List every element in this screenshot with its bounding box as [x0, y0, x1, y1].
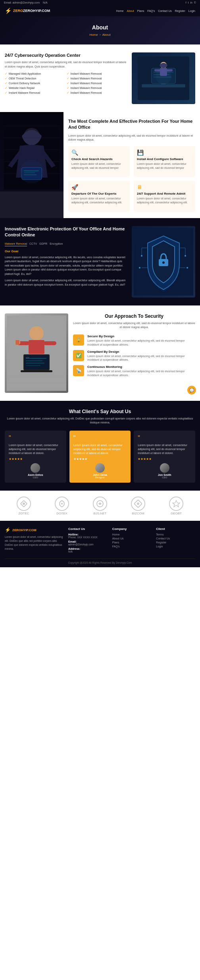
feature-desc-1: Lorem ipsum dolor sit amet, consectetur …: [137, 162, 192, 170]
partner-geobt: GEOBT: [169, 497, 183, 515]
feature-title-3: 24/7 Support And Remote Admit: [137, 192, 192, 195]
logo[interactable]: ⚡ ZEROZEROHYIP.COM: [5, 8, 50, 14]
nav-links: Home About Plans FAQ's Contact Us Regist…: [116, 10, 195, 12]
svg-point-61: [137, 503, 139, 505]
testimonials-grid: " Lorem ipsum dolor sit amet, consectetu…: [5, 431, 195, 483]
check-item: Instant Malware Removal: [67, 72, 127, 75]
bjsnet-icon: [93, 497, 107, 511]
tab-malware[interactable]: Malware Removal: [5, 242, 27, 246]
logo-text: ZEROZEROHYIP.COM: [13, 9, 50, 13]
nav-contact[interactable]: Contact Us: [158, 10, 172, 12]
nav-register[interactable]: Register: [175, 10, 185, 12]
protection-content: The Most Complete And Effective Protecti…: [63, 112, 200, 218]
svg-rect-42: [29, 340, 44, 354]
approach-item-1: ✅ Compliant By Design Lorem ipsum dolor …: [73, 350, 195, 362]
copyright-text: Copyright @2020 All Rights Reserved By Z…: [68, 561, 132, 564]
feature-desc-3: Lorem ipsum dolor sit amet, consectetur …: [137, 197, 192, 205]
linkedin-icon[interactable]: in: [190, 1, 192, 4]
svg-point-41: [29, 326, 44, 340]
footer-email-value: admin@Zerohyip.com: [68, 543, 94, 546]
extra-icon[interactable]: ©: [194, 1, 196, 4]
shield-visual: [132, 226, 195, 298]
approach-title-1: Compliant By Design: [87, 350, 195, 354]
footer-hotline: Hotline: Phone: XXX XXXX XXXX: [68, 533, 108, 539]
footer-address-value: N/A: [68, 550, 73, 553]
footer-logo[interactable]: ⚡ ZEROHYIP.COM: [5, 527, 63, 533]
feature-title-1: Install And Configure Software: [137, 157, 192, 161]
testimonial-card-1: " Lorem ipsum dolor sit amet, consectetu…: [69, 431, 131, 483]
breadcrumb-home[interactable]: Home: [89, 33, 98, 37]
testimonial-text-0: Lorem ipsum dolor sit amet, consectetur …: [9, 443, 62, 455]
check-item: Instant Malware Removal: [67, 91, 127, 95]
about-intro-section: 24/7 Cybersecurity Operation Center Lore…: [0, 44, 200, 112]
about-intro-body: Lorem ipsum dolor sit amet, consectetur …: [5, 60, 127, 69]
svg-point-39: [187, 267, 188, 269]
stars-1: ★★★★★: [73, 457, 127, 461]
feature-icon-2: 🚀: [71, 184, 127, 190]
nav-faqs[interactable]: FAQ's: [147, 10, 155, 12]
avatar-0: [31, 463, 40, 473]
about-intro-heading: 24/7 Cybersecurity Operation Center: [5, 52, 127, 58]
tab-gdpr[interactable]: GDPR: [39, 242, 47, 246]
footer-link-faqs[interactable]: FAQ's: [112, 545, 120, 548]
footer-grid: ⚡ ZEROHYIP.COM Lorem ipsum dolor sit ame…: [5, 527, 195, 555]
avatar-1: [95, 463, 105, 473]
svg-point-29: [162, 261, 165, 264]
electronic-heading: Innovative Electronic Protection Of Your…: [5, 226, 127, 238]
email-info: Email: admin@Zerohyip.com: [4, 1, 40, 4]
footer-contact: Contact Us Hotline: Phone: XXX XXXX XXXX…: [68, 527, 108, 555]
features-grid: 🔍 Check And Search Hazards Lorem ipsum d…: [68, 146, 195, 212]
testimonial-role-2: CEO: [138, 476, 191, 479]
footer-link-about[interactable]: About Us: [112, 537, 124, 540]
approach-item-2: 📡 Continuous Monitoring Lorem ipsum dolo…: [73, 365, 195, 377]
approach-desc-1: Lorem ipsum dolor sit amet, consectetur …: [87, 354, 195, 362]
facebook-icon[interactable]: f: [185, 1, 186, 4]
twitter-icon[interactable]: t: [188, 1, 188, 4]
footer: ⚡ ZEROHYIP.COM Lorem ipsum dolor sit ame…: [0, 521, 200, 567]
nav-login[interactable]: Login: [188, 10, 195, 12]
svg-rect-46: [15, 340, 19, 345]
svg-point-32: [141, 255, 142, 257]
svg-rect-12: [153, 85, 174, 87]
tab-cctv[interactable]: CCTV: [29, 242, 37, 246]
approach-section: </> Our Approach To Security Lorem ipsum…: [0, 305, 200, 401]
top-bar: Email: admin@Zerohyip.com N/A f t in ©: [0, 0, 200, 5]
feature-card-0: 🔍 Check And Search Hazards Lorem ipsum d…: [68, 146, 130, 177]
feature-title-0: Check And Search Hazards: [71, 157, 127, 161]
bizcom-icon: [131, 497, 145, 511]
dotex-icon: [55, 497, 69, 511]
electronic-body2: Lorem ipsum dolor sit amet, consectetur …: [5, 278, 127, 287]
footer-about-text: Lorem ipsum dolor sit amet, consectetur …: [5, 535, 63, 551]
feature-desc-0: Lorem ipsum dolor sit amet, consectetur …: [71, 162, 127, 170]
nav-about[interactable]: About: [127, 10, 134, 12]
approach-body: Lorem ipsum dolor sit amet, consectetur …: [73, 321, 195, 330]
protection-section: The Most Complete And Effective Protecti…: [0, 112, 200, 218]
footer-client-register[interactable]: Register: [156, 541, 166, 544]
social-links: f t in ©: [185, 1, 196, 4]
check-item: Instant Malware Removal: [67, 77, 127, 80]
footer-client-login[interactable]: Login: [156, 545, 163, 548]
nav-plans[interactable]: Plans: [137, 10, 144, 12]
footer-link-plans[interactable]: Plans: [112, 541, 119, 544]
footer-client-terms[interactable]: Terms: [156, 533, 163, 536]
tab-encryption[interactable]: Encryption: [50, 242, 63, 246]
approach-item-text-1: Compliant By Design Lorem ipsum dolor si…: [87, 350, 195, 362]
zotec-icon: [17, 497, 31, 511]
footer-contact-heading: Contact Us: [68, 527, 108, 531]
our-goal-label: Our Goal: [5, 249, 127, 253]
testimonial-name-1: John Dena: [73, 474, 127, 476]
checklist: Managed Web Application Instant Malware …: [5, 72, 127, 95]
approach-heading: Our Approach To Security: [73, 313, 195, 319]
avatar-2: [160, 463, 169, 473]
nav-home[interactable]: Home: [116, 10, 124, 12]
footer-link-home[interactable]: Home: [112, 533, 120, 536]
footer-logo-icon: ⚡: [5, 527, 11, 533]
protection-image: [0, 112, 63, 218]
approach-desc-0: Lorem ipsum dolor sit amet, consectetur …: [87, 339, 195, 347]
footer-client-contact[interactable]: Contact Us: [156, 537, 170, 540]
breadcrumb: Home › About: [8, 33, 192, 37]
footer-hotline-label: Hotline:: [68, 533, 79, 536]
svg-point-35: [185, 255, 186, 257]
testimonial-card-2: " Lorem ipsum dolor sit amet, consectetu…: [134, 431, 195, 483]
svg-rect-54: [21, 370, 52, 372]
